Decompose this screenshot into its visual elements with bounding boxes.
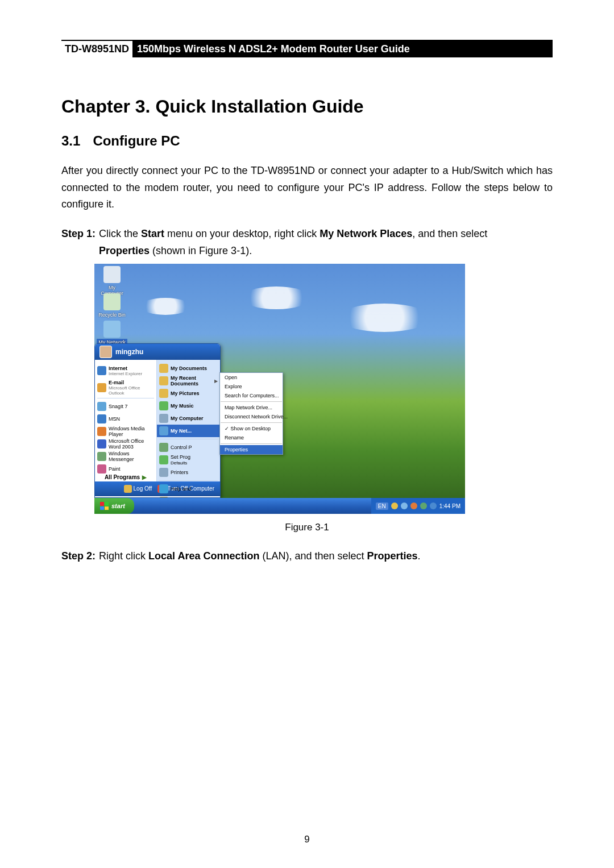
start-menu-right: My Documents My Recent Documents▶ My Pic…: [157, 360, 220, 481]
section-title: Configure PC: [93, 133, 180, 148]
sm-my-pictures[interactable]: My Pictures: [157, 387, 220, 400]
sm-printers[interactable]: Printers: [157, 466, 220, 479]
network-icon: [159, 426, 168, 435]
tray-icon[interactable]: [420, 502, 427, 509]
sm-email[interactable]: E-mailMicrosoft Office Outlook: [95, 379, 156, 396]
sm-messenger[interactable]: Windows Messenger: [95, 450, 156, 463]
folder-icon: [159, 376, 168, 385]
logoff-icon: [124, 485, 132, 493]
ctx-map-drive[interactable]: Map Network Drive...: [220, 403, 283, 412]
step-2: Step 2: Right click Local Area Connectio…: [61, 548, 553, 565]
figure-3-1-screenshot: My Computer Recycle Bin My Network Place…: [94, 264, 465, 514]
ctx-open[interactable]: Open: [220, 373, 283, 382]
sm-set-program[interactable]: Set ProgDefaults: [157, 454, 220, 466]
ctx-explore[interactable]: Explore: [220, 382, 283, 391]
sm-snagit[interactable]: SnagIt 7: [95, 400, 156, 413]
figure-caption: Figure 3-1: [61, 522, 553, 533]
tray-icon[interactable]: [430, 502, 437, 509]
doc-model: TD-W8951ND: [61, 41, 132, 57]
sm-my-network-places[interactable]: My Net...: [157, 425, 220, 437]
taskbar: start EN 1:44 PM: [94, 498, 465, 514]
sm-my-computer[interactable]: My Computer: [157, 412, 220, 425]
sm-paint[interactable]: Paint: [95, 463, 156, 475]
page-number: 9: [0, 834, 614, 845]
clock[interactable]: 1:44 PM: [439, 503, 460, 509]
sm-my-documents[interactable]: My Documents: [157, 362, 220, 375]
ctx-rename[interactable]: Rename: [220, 433, 283, 442]
user-avatar: [99, 346, 112, 358]
computer-icon: [103, 266, 121, 283]
help-icon: [159, 484, 168, 493]
section-number: 3.1: [61, 133, 80, 148]
computer-icon: [159, 414, 168, 423]
context-menu[interactable]: Open Explore Search for Computers... Map…: [219, 372, 283, 455]
ctx-show-on-desktop[interactable]: Show on Desktop: [220, 424, 283, 433]
folder-icon: [159, 389, 168, 398]
start-menu[interactable]: mingzhu InternetInternet Explorer E-mail…: [94, 343, 221, 498]
sm-msn[interactable]: MSN: [95, 413, 156, 425]
sm-internet[interactable]: InternetInternet Explorer: [95, 362, 156, 379]
page: TD-W8951ND 150Mbps Wireless N ADSL2+ Mod…: [0, 0, 614, 868]
chevron-right-icon: ▶: [214, 379, 218, 384]
log-off-button[interactable]: Log Off: [124, 485, 152, 493]
sm-help[interactable]: Help and: [157, 483, 220, 495]
user-name: mingzhu: [115, 348, 143, 356]
all-programs[interactable]: All Programs▶: [95, 474, 156, 480]
triangle-right-icon: ▶: [142, 474, 147, 480]
tray-icon[interactable]: [410, 502, 417, 509]
start-menu-left: InternetInternet Explorer E-mailMicrosof…: [95, 360, 157, 481]
printer-icon: [159, 468, 168, 477]
recycle-bin-icon: [103, 293, 121, 310]
start-menu-header: mingzhu: [95, 344, 220, 360]
windows-logo-icon: [100, 502, 109, 510]
doc-header: TD-W8951ND 150Mbps Wireless N ADSL2+ Mod…: [61, 40, 553, 57]
step-1-label: Step 1:: [61, 226, 96, 259]
tray-icon[interactable]: [401, 502, 408, 509]
network-places-icon: [103, 321, 121, 338]
desktop-icon-my-computer[interactable]: My Computer: [97, 266, 127, 297]
sm-recent-docs[interactable]: My Recent Documents▶: [157, 375, 220, 387]
music-icon: [159, 401, 168, 410]
ctx-disconnect-drive[interactable]: Disconnect Network Drive...: [220, 412, 283, 421]
sm-control-panel[interactable]: Control P: [157, 441, 220, 454]
sm-word[interactable]: Microsoft Office Word 2003: [95, 438, 156, 450]
system-tray: EN 1:44 PM: [371, 498, 465, 514]
tray-icon[interactable]: [391, 502, 398, 509]
section-heading: 3.1Configure PC: [61, 133, 553, 149]
step-1: Step 1: Click the Start menu on your des…: [61, 226, 553, 259]
outlook-icon: [97, 383, 106, 392]
sm-wmp[interactable]: Windows Media Player: [95, 425, 156, 438]
step-2-label: Step 2:: [61, 548, 96, 565]
ctx-search-computers[interactable]: Search for Computers...: [220, 391, 283, 400]
sm-my-music[interactable]: My Music: [157, 400, 220, 412]
ctx-properties[interactable]: Properties: [220, 445, 283, 454]
folder-icon: [159, 364, 168, 373]
language-indicator[interactable]: EN: [376, 502, 388, 510]
chapter-title: Chapter 3. Quick Installation Guide: [61, 96, 553, 117]
intro-paragraph: After you directly connect your PC to th…: [61, 163, 553, 213]
doc-subtitle: 150Mbps Wireless N ADSL2+ Modem Router U…: [132, 41, 553, 57]
control-panel-icon: [159, 443, 168, 452]
ie-icon: [97, 366, 106, 375]
start-button[interactable]: start: [94, 498, 134, 514]
desktop-icon-recycle-bin[interactable]: Recycle Bin: [97, 293, 127, 318]
